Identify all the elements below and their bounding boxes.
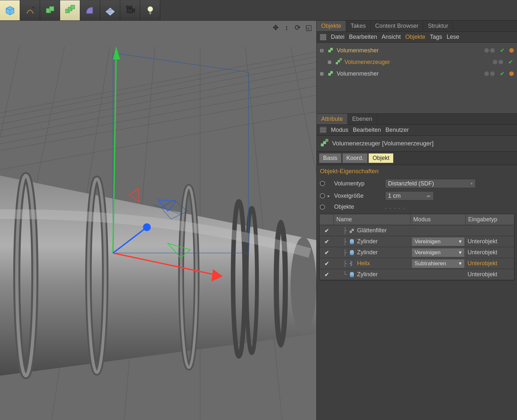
row-check-icon[interactable]: ✔ <box>324 249 329 256</box>
expand-icon[interactable]: ⊟ <box>320 48 325 53</box>
disclosure-icon[interactable]: ▸ <box>328 193 332 198</box>
panel-tabs: Objekte Takes Content Browser Struktur <box>317 21 517 32</box>
menu-tags[interactable]: Tags <box>430 34 442 40</box>
tab-takes[interactable]: Takes <box>346 21 371 31</box>
tree-row-volumenmesher-1[interactable]: ⊟ Volumenmesher ✔ <box>318 45 516 56</box>
volume-mesher-icon <box>327 47 335 54</box>
row-check-icon[interactable]: ✔ <box>324 260 329 267</box>
vp-zoom-icon[interactable]: ↕ <box>282 23 291 32</box>
svg-rect-9 <box>149 12 151 14</box>
object-title: Volumenerzeuger [Volumenerzeuger] <box>332 140 434 147</box>
viewport-render <box>0 21 316 420</box>
svg-point-6 <box>126 6 129 8</box>
svg-point-23 <box>143 223 151 231</box>
menu-lese[interactable]: Lese <box>447 34 459 40</box>
vp-move-icon[interactable]: ✥ <box>271 23 280 32</box>
svg-rect-37 <box>330 71 333 74</box>
row-check-icon[interactable]: ✔ <box>324 238 329 245</box>
tree-row-volumenerzeuger[interactable]: ⊞ Volumenerzeuger ✔ <box>318 56 516 68</box>
sect-objekt[interactable]: Objekt <box>369 153 393 163</box>
prop-label: Voxelgröße <box>334 193 383 199</box>
attr-benutzer[interactable]: Benutzer <box>385 127 409 133</box>
mode-dropdown[interactable]: Vereinigen▾ <box>412 237 464 246</box>
visibility-check-icon[interactable]: ✔ <box>500 70 505 77</box>
anim-radio[interactable] <box>320 193 325 198</box>
table-row[interactable]: ✔ ├ Zylinder Vereinigen▾ Unterobjekt <box>320 236 514 247</box>
tool-camera[interactable] <box>120 0 140 20</box>
menu-datei[interactable]: Datei <box>331 34 344 40</box>
expand-icon[interactable]: ⊞ <box>328 59 333 65</box>
mode-dropdown[interactable]: Vereinigen▾ <box>412 248 464 257</box>
material-tag-icon[interactable] <box>509 71 514 76</box>
attribute-panel: Attribute Ebenen Modus Bearbeiten Benutz… <box>317 114 517 420</box>
3d-viewport[interactable]: ✥ ↕ ⟳ ◱ <box>0 21 317 420</box>
tool-cube[interactable] <box>0 0 20 20</box>
svg-rect-46 <box>352 229 354 231</box>
object-header: Volumenerzeuger [Volumenerzeuger] <box>317 136 517 152</box>
svg-rect-4 <box>71 5 75 9</box>
objects-table: Name Modus Eingabetyp ✔ ├ Glättenfilter <box>319 214 514 280</box>
object-tree[interactable]: ⊟ Volumenmesher ✔ ⊞ Volumenerzeuger ✔ <box>317 43 517 114</box>
anim-radio[interactable] <box>320 181 325 186</box>
tab-objekte[interactable]: Objekte <box>317 21 346 31</box>
object-menu: Datei Bearbeiten Ansicht Objekte Tags Le… <box>317 32 517 43</box>
tool-array-2[interactable] <box>60 0 80 20</box>
col-modus[interactable]: Modus <box>411 214 466 225</box>
tool-floor[interactable] <box>100 0 120 20</box>
prop-objekte: Objekte . . . . . <box>317 202 517 212</box>
helix-icon <box>349 260 355 267</box>
col-eingabetyp[interactable]: Eingabetyp <box>466 214 514 225</box>
tree-label[interactable]: Volumenerzeuger <box>344 59 390 66</box>
vp-maximize-icon[interactable]: ◱ <box>304 23 313 32</box>
voxel-input[interactable]: 1 cm◂▸ <box>385 191 434 200</box>
svg-rect-45 <box>350 231 352 233</box>
visibility-check-icon[interactable]: ✔ <box>500 47 505 54</box>
tab-ebenen[interactable]: Ebenen <box>348 114 377 124</box>
menu-objekte[interactable]: Objekte <box>405 34 425 40</box>
tool-light[interactable] <box>140 0 160 20</box>
table-row[interactable]: ✔ ├ Glättenfilter <box>320 225 514 236</box>
row-check-icon[interactable]: ✔ <box>324 227 329 234</box>
tab-attribute[interactable]: Attribute <box>317 114 348 124</box>
tree-label[interactable]: Volumenmesher <box>337 70 379 77</box>
svg-point-52 <box>350 253 354 255</box>
attr-tabs: Attribute Ebenen <box>317 114 517 125</box>
visibility-check-icon[interactable]: ✔ <box>508 58 513 66</box>
sect-basis[interactable]: Basis <box>319 153 341 163</box>
svg-rect-34 <box>338 60 340 62</box>
material-tag-icon[interactable] <box>509 48 514 53</box>
table-row[interactable]: ✔ ├ Helix Subtrahieren▾ Unterobjekt <box>320 258 514 269</box>
volumentyp-dropdown[interactable]: Distanzfeld (SDF)▾ <box>385 179 476 188</box>
tool-array[interactable] <box>40 0 60 20</box>
mode-dropdown[interactable]: Subtrahieren▾ <box>412 259 464 268</box>
tree-row-volumenmesher-2[interactable]: ⊞ Volumenmesher ✔ <box>318 68 516 79</box>
prop-voxelgroesse: ▸ Voxelgröße 1 cm◂▸ <box>317 190 517 202</box>
anim-radio[interactable] <box>320 205 325 210</box>
cylinder-icon <box>349 249 355 256</box>
svg-point-7 <box>130 6 132 8</box>
prop-label: Volumentyp <box>334 180 383 187</box>
cylinder-icon <box>349 238 355 245</box>
tab-content-browser[interactable]: Content Browser <box>371 21 423 31</box>
filter-icon <box>349 227 355 234</box>
tool-bevel[interactable] <box>80 0 100 20</box>
sect-koord[interactable]: Koord. <box>343 153 367 163</box>
vp-rotate-icon[interactable]: ⟳ <box>293 23 302 32</box>
cylinder-icon <box>349 271 355 278</box>
hatch-icon <box>320 34 326 40</box>
tool-pen[interactable] <box>20 0 40 20</box>
attr-modus[interactable]: Modus <box>331 127 348 133</box>
prop-volumentyp: Volumentyp Distanzfeld (SDF)▾ <box>317 177 517 190</box>
svg-rect-33 <box>336 62 338 64</box>
tab-struktur[interactable]: Struktur <box>423 21 453 31</box>
attr-submenu: Modus Bearbeiten Benutzer <box>317 125 517 136</box>
col-name[interactable]: Name <box>334 214 411 225</box>
tree-label[interactable]: Volumenmesher <box>337 47 379 54</box>
expand-icon[interactable]: ⊞ <box>320 71 325 76</box>
menu-ansicht[interactable]: Ansicht <box>382 34 401 40</box>
table-row[interactable]: ✔ └ Zylinder Unterobjekt <box>320 269 514 280</box>
attr-bearbeiten[interactable]: Bearbeiten <box>353 127 381 133</box>
menu-bearbeiten[interactable]: Bearbeiten <box>349 34 377 40</box>
row-check-icon[interactable]: ✔ <box>324 271 329 278</box>
table-row[interactable]: ✔ ├ Zylinder Vereinigen▾ Unterobjekt <box>320 247 514 258</box>
